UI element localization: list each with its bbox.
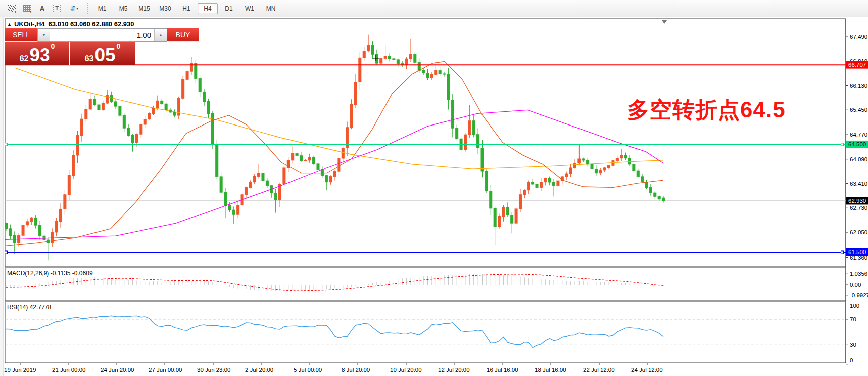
candle-body	[232, 210, 235, 214]
macd-tick-label: -0.9927	[850, 292, 868, 298]
candle-body	[620, 155, 623, 158]
candle-body	[540, 182, 542, 188]
candle-body	[624, 155, 627, 158]
candle-body	[296, 153, 298, 155]
candle-body	[506, 207, 509, 215]
timeframe-M30[interactable]: M30	[155, 3, 175, 14]
buy-price-box[interactable]: 63 05 0	[70, 42, 135, 65]
candle-body	[515, 209, 517, 223]
candle-body	[80, 119, 83, 135]
candle-body	[338, 158, 340, 171]
ohlc-values: 63.010 63.060 62.880 62.930	[49, 20, 134, 28]
price-tick-label: 64.770	[850, 132, 867, 138]
candle-body	[439, 70, 441, 74]
timeframe-M15[interactable]: M15	[134, 3, 154, 14]
text-label-tool-button[interactable]: A	[35, 2, 49, 15]
candle-body	[119, 106, 121, 115]
buy-price-whole: 63	[85, 54, 94, 64]
macd-tick-label: 0.00	[850, 282, 861, 288]
rsi-tick-label: 70	[850, 316, 856, 322]
sell-price-box[interactable]: 62 93 0	[5, 42, 70, 65]
time-tick-label: 18 Jul 16:00	[535, 367, 566, 373]
candle-body	[595, 169, 597, 173]
volume-decrease-button[interactable]: ▼	[38, 29, 50, 41]
candle-body	[569, 168, 572, 174]
buy-button[interactable]: BUY	[167, 28, 199, 42]
time-tick-label: 16 Jul 16:00	[487, 367, 518, 373]
candle-body	[342, 148, 344, 158]
arrow-objects-tool-button[interactable]: ⇵ ▾	[65, 2, 83, 15]
chart-title: ▲UKOil-,H463.010 63.060 62.880 62.930	[7, 20, 134, 28]
sell-price-whole: 62	[20, 54, 29, 64]
volume-control: ▼ ▲	[37, 28, 167, 42]
candle-body	[637, 171, 639, 177]
candle-body	[380, 58, 382, 63]
candle-body	[60, 209, 62, 221]
candle-body	[321, 170, 323, 176]
rsi-pane[interactable]	[5, 302, 846, 363]
candle-body	[498, 217, 501, 227]
candle-body	[127, 128, 130, 135]
pivot-line-64500-axis-label: 64.500	[848, 141, 866, 147]
timeframe-W1[interactable]: W1	[240, 3, 260, 14]
time-tick-label: 30 Jun 23:00	[197, 367, 231, 373]
timeframe-H1[interactable]: H1	[176, 3, 197, 14]
candle-body	[557, 181, 559, 186]
price-tick-label: 62.050	[850, 229, 867, 235]
candle-body	[110, 96, 113, 102]
candle-body	[203, 92, 206, 101]
volume-increase-button[interactable]: ▲	[154, 29, 167, 41]
pivot-line-64500-handle[interactable]	[5, 143, 8, 146]
candle-body	[34, 218, 37, 225]
candle-body	[494, 208, 496, 227]
candle-body	[464, 135, 466, 150]
time-tick-label: 8 Jul 20:00	[342, 367, 370, 373]
candle-body	[658, 196, 660, 199]
sell-button[interactable]: SELL	[5, 28, 37, 42]
candle-body	[30, 218, 33, 222]
timeframe-MN[interactable]: MN	[261, 3, 281, 14]
candle-body	[481, 148, 484, 171]
left-window-gutter[interactable]	[0, 17, 4, 376]
candle-body	[161, 101, 163, 104]
candle-body	[359, 58, 361, 82]
candle-body	[329, 177, 332, 182]
candle-body	[435, 70, 437, 74]
timeframe-M5[interactable]: M5	[113, 3, 133, 14]
macd-pane[interactable]	[5, 268, 846, 301]
candle-body	[245, 188, 247, 195]
text-box-tool-button[interactable]: T	[50, 2, 64, 15]
candle-body	[98, 105, 100, 110]
candle-body	[325, 176, 328, 182]
candle-body	[274, 193, 277, 200]
candle-body	[628, 158, 631, 164]
support-line-61500-handle[interactable]	[841, 251, 844, 254]
candle-body	[283, 168, 285, 184]
volume-input[interactable]	[50, 29, 154, 41]
candle-body	[64, 195, 66, 209]
price-tick-label: 65.450	[850, 107, 867, 113]
candle-body	[511, 215, 513, 224]
symbol-marker-icon: ▲	[7, 22, 12, 27]
timeframe-D1[interactable]: D1	[219, 3, 239, 14]
candle-body	[548, 178, 551, 182]
candle-body	[39, 225, 41, 236]
candle-body	[645, 182, 648, 188]
support-line-61500-handle[interactable]	[5, 251, 8, 254]
indicator-hatch-tool-button[interactable]: E	[5, 2, 19, 15]
candle-body	[253, 176, 256, 182]
candle-body	[300, 156, 302, 161]
candle-body	[599, 170, 602, 173]
rsi-tick-label: 100	[850, 303, 859, 309]
grid-tool-button[interactable]: F	[20, 2, 34, 15]
candle-body	[662, 198, 665, 201]
grid-tool-sublabel: F	[30, 10, 33, 14]
candle-body	[199, 78, 201, 92]
timeframe-H4-active[interactable]: H4	[198, 3, 218, 14]
candle-body	[156, 101, 159, 108]
timeframe-M1[interactable]: M1	[92, 3, 112, 14]
pivot-line-64500-handle[interactable]	[841, 143, 844, 146]
candle-body	[616, 158, 618, 161]
resistance-line-66707-axis-label: 66.707	[848, 62, 866, 68]
candle-body	[422, 70, 425, 73]
